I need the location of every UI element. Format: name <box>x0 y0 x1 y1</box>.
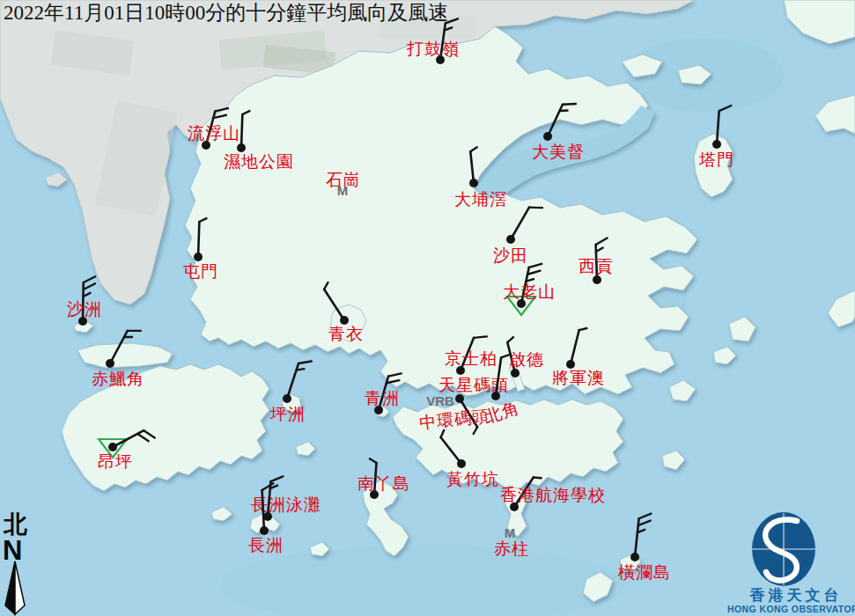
wind-barb-feather <box>529 208 542 209</box>
weather-map-page: 2022年11月01日10時00分的十分鐘平均風向及風速 打鼓嶺流浮山濕地公園M… <box>0 0 855 616</box>
wind-barb-shaft <box>241 114 242 148</box>
station-dot <box>593 275 601 284</box>
station-label: 大埔滘 <box>454 189 507 209</box>
wind-barb-feather <box>474 336 487 338</box>
station-label: 沙洲 <box>67 299 102 319</box>
station-dot <box>260 526 269 535</box>
compass-letter-n: N <box>3 535 22 566</box>
station-label: 西貢 <box>579 256 614 275</box>
map-title: 2022年11月01日10時00分的十分鐘平均風向及風速 <box>4 2 448 24</box>
wind-barb-feather <box>534 477 542 478</box>
station-label: 青衣 <box>328 324 364 343</box>
station-label: 赤柱 <box>494 539 529 558</box>
station-label: 香港航海學校 <box>500 485 606 504</box>
station-label: 長洲 <box>248 535 284 554</box>
station-dot <box>106 359 114 368</box>
station-label: 啟德 <box>509 349 544 369</box>
station-label: 青洲 <box>365 388 400 407</box>
station-dot <box>543 132 552 141</box>
station-dot <box>283 394 291 403</box>
station-label: 塔門 <box>698 150 734 169</box>
station-label: 黃竹坑 <box>446 469 499 488</box>
station-dot <box>455 394 464 403</box>
station-label: 流浮山 <box>188 123 240 143</box>
station-label: 將軍澳 <box>552 368 605 387</box>
station-label: 赤鱲角 <box>92 369 144 388</box>
station-label: 橫瀾島 <box>617 562 671 582</box>
hko-logo-chinese-name: 香港天文台 <box>749 586 843 604</box>
station-dot <box>194 253 203 261</box>
station-dot <box>712 140 721 149</box>
airport-island <box>77 343 173 368</box>
station-label: 屯門 <box>183 261 218 281</box>
hko-logo-english-name: HONG KONG OBSERVATORY <box>727 604 855 614</box>
station-label: 大老山 <box>503 282 556 301</box>
station-dot <box>491 392 500 400</box>
station-dot <box>108 443 117 451</box>
station-label: 沙田 <box>493 246 528 265</box>
wind-barb-feather <box>297 369 305 370</box>
station-dot <box>469 179 478 187</box>
station-dot <box>457 459 466 468</box>
station-label: 昂坪 <box>98 451 133 471</box>
station-dot <box>511 369 520 378</box>
station-label: 南丫島 <box>357 473 410 493</box>
station-label: 打鼓嶺 <box>406 39 460 58</box>
hk-wind-map: 2022年11月01日10時00分的十分鐘平均風向及風速 打鼓嶺流浮山濕地公園M… <box>0 0 855 616</box>
station-label: 濕地公園 <box>224 151 294 171</box>
station-dot <box>630 553 639 561</box>
wind-barb-shaft <box>198 222 199 257</box>
station-label: 京士柏 <box>445 348 498 368</box>
station-label: 大美督 <box>532 142 585 161</box>
wind-barb-feather <box>563 104 576 105</box>
station-dot <box>506 235 515 244</box>
variable-wind-marker: VRB <box>426 393 454 408</box>
compass-chinese-north: 北 <box>3 510 27 538</box>
station-label: 坪洲 <box>269 404 306 423</box>
station-label: 石崗 <box>326 170 361 189</box>
